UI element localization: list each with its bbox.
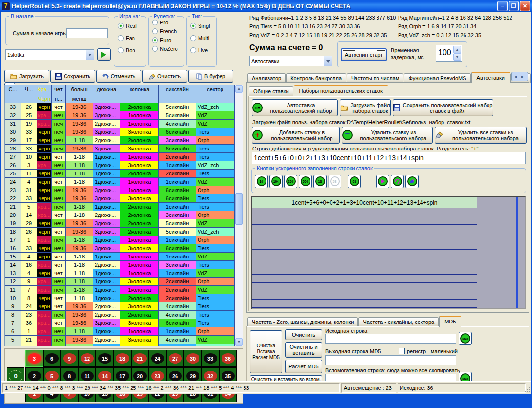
board-cell-9[interactable]: 9: [61, 350, 78, 367]
preset-combobox[interactable]: 1slotka: [5, 49, 94, 60]
load-bet-file-button[interactable]: Загрузить файл набора ставок: [340, 99, 391, 116]
copy-to-clipboard-button[interactable]: В буфер: [188, 70, 233, 83]
table-row[interactable]: 154чернчет1-181дюжи...1колонка1сиклайнVd…: [5, 253, 235, 261]
scroll-down-icon[interactable]: ▼: [235, 338, 243, 346]
md5-calc-button[interactable]: Расчет MD5: [285, 360, 322, 373]
table-row[interactable]: 823кра...неч19-362дюжи...2колонка4сиклай…: [5, 311, 235, 319]
table-row[interactable]: 924чернчет19-362дюжи...3колонка4сиклайнT…: [5, 302, 235, 311]
start-sum-input[interactable]: [66, 28, 108, 38]
delete-bet-button[interactable]: − Удалить ставку из пользовательского на…: [342, 127, 433, 144]
bet-list-row[interactable]: [252, 283, 477, 291]
preset-run-button[interactable]: [97, 48, 111, 61]
undo-button[interactable]: Отменить: [96, 70, 141, 83]
maximize-button[interactable]: ❐: [509, 1, 519, 11]
chevron-down-icon[interactable]: [324, 56, 332, 66]
bet-list-row[interactable]: [252, 258, 477, 266]
table-row[interactable]: 43кра...неч1-181дюжи...3колонка1сиклайнV…: [5, 344, 235, 346]
md5-clear-button[interactable]: Очистить: [285, 329, 322, 340]
bet-set-list[interactable]: 1cent+5+6+0+0+2+1+3+10cent+10+11+12+13+1…: [251, 196, 526, 309]
close-button[interactable]: ✕: [520, 1, 530, 11]
delay-spinner[interactable]: 100 ▲ ▼: [436, 45, 462, 62]
table-row[interactable]: 2917черннеч1-182дюжи...2колонка3сиклайнO…: [5, 136, 235, 145]
tab-sub-наборы-пользовательских-ставок[interactable]: Наборы пользовательских ставок: [294, 85, 388, 96]
board-cell-30[interactable]: 30: [184, 350, 201, 367]
table-row[interactable]: 129кра...неч1-181дюжи...3колонка2сиклайн…: [5, 278, 235, 286]
table-row[interactable]: 2233черннеч19-363дюжи...3колонка6сиклайн…: [5, 194, 235, 203]
radio-game-real[interactable]: Real: [118, 23, 146, 29]
tab-freq-частота-сиклайны-сектора[interactable]: Частота - сиклайны, сектора: [358, 317, 439, 326]
scroll-up-icon[interactable]: ▲: [235, 85, 243, 93]
chip-button-1d[interactable]: 1$: [313, 175, 327, 188]
table-scrollbar[interactable]: ▲ ▼: [235, 85, 243, 346]
radio-game-fan[interactable]: Fan: [118, 35, 146, 41]
chevron-down-icon[interactable]: [86, 50, 94, 60]
save-bet-file-button[interactable]: Сохранить пользовательский набор ставок …: [393, 99, 493, 116]
delete-all-bets-button[interactable]: Удалить все ставки из пользовательского …: [435, 127, 527, 144]
chip-button-10c[interactable]: 10¢: [269, 175, 283, 188]
spinner-up-icon[interactable]: ▲: [453, 46, 461, 53]
table-row[interactable]: 108чернчет1-181дюжи...2колонка2сиклайнTi…: [5, 294, 235, 302]
radio-type-live[interactable]: Live: [190, 47, 216, 53]
repeat-chip-button[interactable]: [391, 175, 404, 188]
table-row[interactable]: 2331черннеч19-363дюжи...1колонка6сиклайн…: [5, 186, 235, 194]
radio-type-singl[interactable]: Singl: [190, 23, 216, 29]
minimize-button[interactable]: –: [497, 1, 508, 11]
tab-main-частоты-по-числам[interactable]: Частоты по числам: [347, 73, 403, 83]
bet-string-input[interactable]: 1cent+5+6+0+0+2+1+3+10cent+10+11+12+13+1…: [252, 152, 526, 164]
mode-combobox[interactable]: Автоставки: [249, 56, 332, 66]
table-row[interactable]: 1633черннеч19-363дюжи...3колонка6сиклайн…: [5, 244, 235, 253]
bet-list-row[interactable]: [252, 208, 477, 216]
scrollbar-thumb[interactable]: [235, 193, 243, 225]
spin-history-table[interactable]: С...Ч...Кра...четбольшдюжинаколонкасиксл…: [4, 85, 243, 346]
chip-button-1c[interactable]: 1¢: [255, 175, 268, 188]
save-button[interactable]: Сохранить: [50, 70, 95, 83]
radio-type-multi[interactable]: Multi: [190, 35, 216, 41]
table-row[interactable]: 171кра...неч1-181дюжи...1колонка1сиклайн…: [5, 236, 235, 244]
bet-list-row[interactable]: [252, 266, 477, 275]
table-row[interactable]: 3033черннеч19-363дюжи...3колонка6сиклайн…: [5, 128, 235, 136]
radio-wheel-euro[interactable]: Euro: [152, 37, 184, 43]
table-row[interactable]: 61кра...неч1-181дюжи...1колонка1сиклайнO…: [5, 327, 235, 336]
resize-grip[interactable]: [524, 387, 530, 393]
tab-main-анализатор[interactable]: Анализатор: [247, 73, 286, 83]
spinner-down-icon[interactable]: ▼: [453, 53, 461, 61]
radio-wheel-nozero[interactable]: NoZero: [152, 46, 184, 52]
table-row[interactable]: 2511черннеч1-181дюжи...2колонка2сиклайнT…: [5, 170, 235, 178]
md5-run-button[interactable]: МД5: [459, 332, 472, 345]
tab-main-автоставки[interactable]: Автоставки: [471, 72, 510, 83]
md5-source-input[interactable]: [325, 334, 456, 344]
table-row[interactable]: 2710чернчет1-181дюжи...1колонка2сиклайнT…: [5, 153, 235, 161]
radio-wheel-pro[interactable]: Pro: [152, 20, 184, 25]
chip-button-0d[interactable]: 0$: [348, 175, 361, 188]
tab-scroll-arrows[interactable]: ◂ ▸: [511, 72, 528, 81]
table-row[interactable]: 215кра...неч1-181дюжи...2колонка1сиклайн…: [5, 203, 235, 211]
clear-button[interactable]: Очистить: [142, 70, 187, 83]
board-cell-15[interactable]: 15: [96, 350, 113, 367]
board-cell-6[interactable]: 6: [43, 350, 61, 367]
board-cell-21[interactable]: 21: [131, 350, 149, 367]
bet-list-row[interactable]: [252, 233, 477, 241]
radio-wheel-french[interactable]: French: [152, 28, 184, 34]
radio-game-bon[interactable]: Bon: [118, 47, 146, 53]
tab-main-контроль-банкролла[interactable]: Контроль банкролла: [286, 73, 346, 83]
table-row[interactable]: 521кра...неч19-362дюжи...3колонка4сиклай…: [5, 336, 235, 344]
shuffle-chip-button[interactable]: [405, 175, 419, 188]
load-button[interactable]: Загрузить: [4, 70, 49, 83]
bet-list-row[interactable]: [252, 250, 477, 258]
bet-list-row-selected[interactable]: 1cent+5+6+0+0+2+1+3+10cent+10+11+12+13+1…: [252, 197, 477, 208]
md5-big-button[interactable]: Очистка Вставка Расчет MD5: [250, 330, 282, 373]
bet-list-row[interactable]: [252, 308, 477, 309]
autospin-start-button[interactable]: Автоспин старт: [341, 48, 387, 61]
table-row[interactable]: 3119кра...неч19-362дюжи...1колонка4сикла…: [5, 120, 235, 128]
bet-list-row[interactable]: [252, 216, 477, 225]
table-row[interactable]: 3225кра...неч19-363дюжи...1колонка5сикла…: [5, 111, 235, 120]
table-row[interactable]: 1929черннеч19-363дюжи...2колонка5сиклайн…: [5, 219, 235, 228]
add-bet-button[interactable]: + Добавить ставку в пользовательский наб…: [252, 127, 340, 144]
bet-list-row[interactable]: [252, 275, 477, 283]
table-row[interactable]: 244чернчет1-181дюжи...1колонка1сиклайнVd…: [5, 178, 235, 186]
table-row[interactable]: 117кра...неч1-181дюжи...1колонка2сиклайн…: [5, 286, 235, 294]
board-cell-12[interactable]: 12: [78, 350, 96, 367]
bet-list-row[interactable]: [252, 225, 477, 233]
chip-button-25c[interactable]: 25¢: [284, 175, 297, 188]
md5-clear-paste-button[interactable]: Очистить и вставить: [285, 342, 322, 358]
